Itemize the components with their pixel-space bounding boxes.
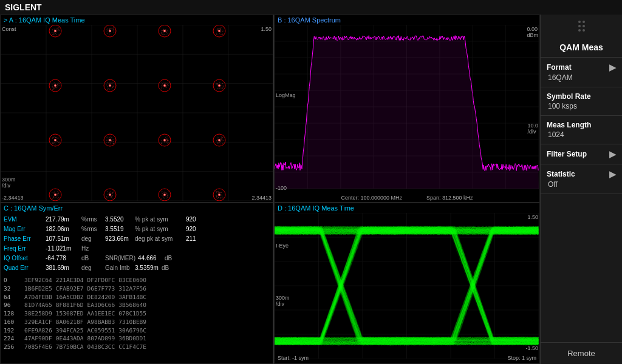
format-label: Format <box>547 63 572 72</box>
sidebar-item-symbol-rate: Symbol Rate 100 ksps <box>541 87 622 116</box>
panel-a-x-min: -2.34413 <box>2 195 24 201</box>
panel-b-y-bottom: -100 <box>276 185 287 191</box>
symbol-rate-value: 100 ksps <box>547 102 616 110</box>
format-arrow: ▶ <box>609 62 616 72</box>
eye-diagram-plot <box>275 213 539 359</box>
meas-length-label: Meas Length <box>547 121 591 129</box>
panel-b-logmag: LogMag <box>276 92 296 98</box>
sidebar-title: QAM Meas <box>541 38 622 58</box>
panel-b-center: Center: 100.000000 MHz <box>341 195 402 201</box>
stats-grid: EVM 217.79m %rms 3.5520 % pk at sym 920 … <box>1 213 273 275</box>
brand-logo: SIGLENT <box>5 2 42 12</box>
sidebar-item-statistic[interactable]: Statistic ▶ Off <box>541 164 622 194</box>
panel-a-y-div: 300m/div <box>2 177 16 189</box>
panel-b-title: B : 16QAM Spectrum <box>275 15 539 25</box>
panel-b-span: Span: 312.500 kHz <box>426 195 473 201</box>
sidebar-item-format[interactable]: Format ▶ 16QAM <box>541 58 622 87</box>
panel-c-title: C : 16QAM Sym/Err <box>1 203 273 213</box>
panel-a-x-max: 2.34413 <box>251 195 272 201</box>
meas-length-value: 1024 <box>547 130 616 139</box>
filter-setup-arrow: ▶ <box>609 149 616 159</box>
panel-a-y-label: Const <box>2 26 16 32</box>
panel-d-start: Start: -1 sym <box>278 355 309 361</box>
statistic-arrow: ▶ <box>609 169 616 179</box>
remote-label: Remote <box>541 342 622 364</box>
hex-data: 03EF92C64221AE3D4DF2FD0FC83CE0600 321B6F… <box>1 275 273 352</box>
format-value: 16QAM <box>547 73 616 82</box>
panel-b-y-div: 10.0/div <box>527 123 538 135</box>
symbol-rate-label: Symbol Rate <box>547 92 591 101</box>
panel-d-y-div: 300m/div <box>276 295 290 307</box>
panel-d-y-max: 1.50 <box>527 214 538 220</box>
spectrum-plot <box>275 25 539 201</box>
panel-d-stop: Stop: 1 sym <box>507 355 536 361</box>
sidebar-item-filter-setup[interactable]: Filter Setup ▶ <box>541 144 622 164</box>
panel-d-title: D : 16QAM IQ Meas Time <box>275 203 539 213</box>
constellation-plot <box>1 25 273 201</box>
dots-menu <box>541 15 622 38</box>
sidebar-item-meas-length: Meas Length 1024 <box>541 116 622 144</box>
panel-d-i-eye: I-Eye <box>276 243 289 249</box>
statistic-value: Off <box>547 180 616 189</box>
filter-setup-label: Filter Setup <box>547 150 587 158</box>
panel-b-y-top: 0.00dBm <box>527 26 538 38</box>
panel-a-title: > A : 16QAM IQ Meas Time <box>1 15 273 25</box>
panel-d-y-min: -1.50 <box>525 345 538 351</box>
panel-a-y-max: 1.50 <box>261 26 272 32</box>
statistic-label: Statistic <box>547 170 575 178</box>
